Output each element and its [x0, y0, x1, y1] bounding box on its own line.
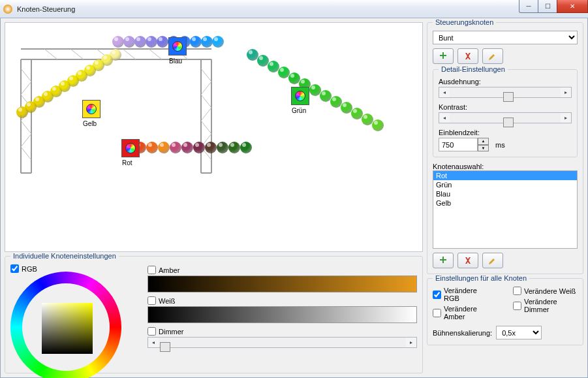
- node-marker-blau[interactable]: Blau: [168, 37, 187, 55]
- dimmer-right-icon[interactable]: ▸: [406, 338, 416, 347]
- list-item[interactable]: Grün: [433, 180, 577, 189]
- dimmer-slider[interactable]: ◂ ▸: [147, 337, 417, 348]
- window-title: Knoten-Steuerung: [17, 5, 75, 13]
- white-checkbox-label: Weiß: [159, 297, 175, 305]
- svg-line-26: [123, 49, 136, 59]
- color-wheel[interactable]: [10, 272, 121, 378]
- control-nodes-title: Steuerungsknoten: [433, 18, 496, 26]
- edit-node-button[interactable]: [482, 253, 503, 268]
- node-marker-label: Rot: [122, 159, 132, 166]
- pencil-icon: [488, 256, 497, 265]
- fixture-light: [146, 36, 157, 48]
- amber-checkbox-input[interactable]: [147, 266, 156, 274]
- detail-settings-group: Detail-Einstellungen Ausdehnung: ◂ ▸ Kon…: [433, 69, 578, 157]
- fixture-light: [123, 36, 135, 48]
- individual-settings-group: Individuelle Knoteneinstellungen RGB Amb…: [5, 256, 423, 373]
- fixture-light: [193, 142, 205, 153]
- node-selection-label: Knotenauswahl:: [433, 163, 578, 170]
- control-node-select[interactable]: Bunt: [433, 31, 578, 44]
- node-marker-gruen[interactable]: Grün: [291, 87, 309, 105]
- change-white-checkbox[interactable]: Verändere Weiß: [513, 287, 578, 295]
- fixture-light: [212, 36, 224, 48]
- left-arrow-icon[interactable]: ◂: [439, 113, 450, 123]
- fade-unit: ms: [495, 141, 505, 149]
- delete-control-node-button[interactable]: [457, 48, 478, 64]
- color-sv-box[interactable]: [42, 303, 93, 354]
- control-nodes-group: Steuerungsknoten Bunt Detail-Einstellung…: [427, 22, 583, 274]
- extent-label: Ausdehnung:: [439, 78, 572, 86]
- node-marker-gelb[interactable]: Gelb: [82, 100, 101, 118]
- fixture-light: [205, 142, 217, 153]
- close-button[interactable]: ✕: [557, 0, 588, 13]
- node-selection-list[interactable]: RotGrünBlauGelb: [433, 170, 578, 249]
- global-settings-group: Einstellungen für alle Knoten Verändere …: [427, 278, 583, 345]
- individual-settings-title: Individuelle Knoteneinstellungen: [10, 252, 119, 260]
- contrast-slider[interactable]: ◂ ▸: [439, 112, 572, 123]
- svg-line-24: [70, 49, 84, 59]
- right-arrow-icon[interactable]: ▸: [561, 87, 571, 97]
- fade-label: Einblendzeit:: [439, 129, 572, 136]
- change-rgb-checkbox[interactable]: Verändere RGB: [433, 287, 493, 302]
- fixture-light: [170, 142, 181, 153]
- maximize-button[interactable]: ☐: [538, 0, 557, 13]
- fade-input[interactable]: [439, 138, 478, 151]
- white-gradient[interactable]: [147, 306, 417, 323]
- svg-line-15: [21, 147, 31, 160]
- scale-label: Bühnenskalierung:: [433, 329, 492, 337]
- delete-icon: [463, 256, 472, 265]
- fixture-light: [181, 142, 193, 153]
- extent-slider[interactable]: ◂ ▸: [439, 87, 572, 98]
- svg-line-9: [21, 69, 31, 82]
- svg-line-27: [149, 49, 162, 59]
- stage-preview: GelbBlauGrünRot: [5, 22, 423, 252]
- minimize-button[interactable]: ─: [519, 0, 538, 13]
- amber-checkbox[interactable]: Amber: [147, 266, 417, 274]
- change-amber-checkbox[interactable]: Verändere Amber: [433, 305, 493, 321]
- fixture-light: [228, 142, 240, 153]
- right-arrow-icon[interactable]: ▸: [561, 113, 571, 123]
- delete-icon: [463, 52, 472, 61]
- dimmer-checkbox-input[interactable]: [147, 327, 156, 336]
- detail-settings-title: Detail-Einstellungen: [439, 65, 508, 73]
- spin-up-icon[interactable]: ▲: [478, 138, 489, 145]
- svg-line-10: [21, 82, 31, 95]
- amber-gradient[interactable]: [147, 276, 417, 292]
- spin-down-icon[interactable]: ▼: [478, 145, 489, 152]
- edit-control-node-button[interactable]: [482, 48, 503, 64]
- svg-line-18: [201, 95, 211, 108]
- node-marker-label: Blau: [169, 57, 182, 65]
- list-item[interactable]: Gelb: [433, 198, 577, 208]
- contrast-label: Kontrast:: [439, 103, 572, 111]
- dimmer-checkbox[interactable]: Dimmer: [147, 327, 417, 336]
- fade-spinner[interactable]: ▲▼: [439, 138, 489, 151]
- svg-line-17: [201, 82, 211, 95]
- svg-line-19: [201, 108, 211, 121]
- fixture-light: [134, 36, 146, 48]
- white-checkbox[interactable]: Weiß: [147, 296, 417, 305]
- plus-icon: [439, 256, 448, 265]
- fixture-light: [16, 106, 28, 118]
- white-checkbox-input[interactable]: [147, 296, 156, 305]
- add-control-node-button[interactable]: [433, 48, 454, 64]
- fixture-light: [146, 142, 158, 153]
- fixture-light: [372, 119, 384, 131]
- delete-node-button[interactable]: [457, 253, 478, 268]
- list-item[interactable]: Blau: [433, 189, 577, 198]
- fixture-light: [112, 36, 124, 48]
- pencil-icon: [488, 52, 497, 61]
- scale-select[interactable]: 0,5x: [496, 326, 542, 339]
- amber-checkbox-label: Amber: [159, 266, 179, 274]
- fixture-light: [217, 142, 228, 153]
- left-arrow-icon[interactable]: ◂: [439, 87, 450, 97]
- plus-icon: [439, 52, 448, 61]
- app-icon: [3, 4, 13, 14]
- dimmer-left-icon[interactable]: ◂: [148, 338, 159, 347]
- dimmer-checkbox-label: Dimmer: [159, 328, 184, 336]
- svg-point-0: [3, 5, 12, 14]
- list-item[interactable]: Rot: [433, 171, 577, 180]
- node-marker-rot[interactable]: Rot: [121, 139, 140, 157]
- svg-line-16: [201, 69, 211, 82]
- add-node-button[interactable]: [433, 253, 454, 268]
- titlebar: Knoten-Steuerung ─ ☐ ✕: [0, 0, 588, 18]
- change-dimmer-checkbox[interactable]: Verändere Dimmer: [513, 298, 578, 313]
